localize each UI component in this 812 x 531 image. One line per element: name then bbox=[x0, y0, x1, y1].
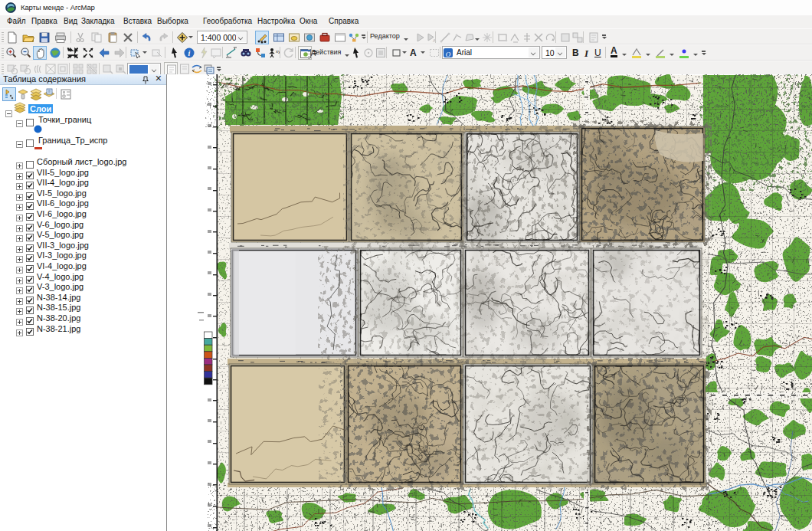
svg-text:i: i bbox=[188, 49, 191, 57]
svg-text:O: O bbox=[446, 51, 451, 58]
